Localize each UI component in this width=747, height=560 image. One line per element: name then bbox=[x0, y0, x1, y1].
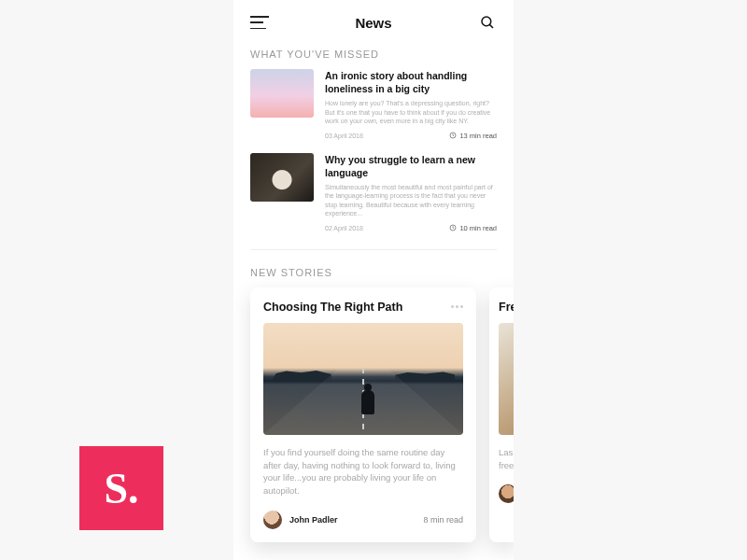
article-item[interactable]: Why you struggle to learn a new language… bbox=[233, 153, 514, 245]
card-header: Choosing The Right Path bbox=[263, 301, 463, 314]
article-item[interactable]: An ironic story about handling lonelines… bbox=[233, 69, 514, 153]
article-date: 02 April 2018 bbox=[325, 225, 363, 231]
card-footer: John Padler 8 min read bbox=[263, 511, 463, 529]
section-title-new-stories: NEW STORIES bbox=[233, 250, 514, 287]
article-thumbnail bbox=[250, 153, 314, 202]
article-excerpt: Simultaneously the most beautiful and mo… bbox=[325, 183, 497, 218]
article-content: Why you struggle to learn a new language… bbox=[325, 153, 497, 232]
author-name: John Padler bbox=[289, 515, 338, 525]
app-screen: News WHAT YOU'VE MISSED An ironic story … bbox=[233, 0, 514, 560]
article-meta: 03 April 2018 13 min read bbox=[325, 132, 497, 140]
svg-line-1 bbox=[489, 24, 493, 28]
card-image bbox=[263, 323, 463, 435]
card-excerpt: Las free bbox=[499, 446, 514, 472]
story-card[interactable]: Choosing The Right Path If you find your… bbox=[250, 287, 476, 542]
card-excerpt: If you find yourself doing the same rout… bbox=[263, 446, 463, 497]
read-time-label: 10 min read bbox=[459, 224, 497, 232]
article-meta: 02 April 2018 10 min read bbox=[325, 224, 497, 232]
card-title: Fre bbox=[499, 301, 514, 314]
story-cards-row[interactable]: Choosing The Right Path If you find your… bbox=[233, 287, 514, 559]
story-card-peek[interactable]: Fre Las free bbox=[489, 287, 514, 542]
article-date: 03 April 2018 bbox=[325, 133, 363, 139]
search-icon[interactable] bbox=[478, 13, 497, 32]
menu-icon[interactable] bbox=[250, 16, 269, 29]
card-image bbox=[499, 323, 514, 435]
article-content: An ironic story about handling lonelines… bbox=[325, 69, 497, 140]
section-title-missed: WHAT YOU'VE MISSED bbox=[233, 41, 514, 69]
card-title: Choosing The Right Path bbox=[263, 301, 402, 314]
brand-logo: S. bbox=[79, 446, 163, 530]
read-time: 10 min read bbox=[449, 224, 497, 232]
read-time-label: 13 min read bbox=[459, 132, 497, 140]
article-excerpt: How lonely are you? That's a depressing … bbox=[325, 99, 497, 125]
header: News bbox=[233, 0, 514, 41]
avatar bbox=[499, 484, 514, 503]
article-title: An ironic story about handling lonelines… bbox=[325, 69, 497, 95]
read-time: 8 min read bbox=[423, 515, 463, 525]
article-thumbnail bbox=[250, 69, 314, 118]
svg-point-0 bbox=[482, 17, 491, 26]
read-time: 13 min read bbox=[449, 132, 497, 140]
avatar bbox=[263, 511, 282, 529]
more-icon[interactable] bbox=[451, 305, 463, 308]
article-title: Why you struggle to learn a new language bbox=[325, 153, 497, 179]
brand-logo-text: S. bbox=[104, 464, 138, 513]
author[interactable]: John Padler bbox=[263, 511, 338, 529]
page-title: News bbox=[355, 15, 391, 31]
